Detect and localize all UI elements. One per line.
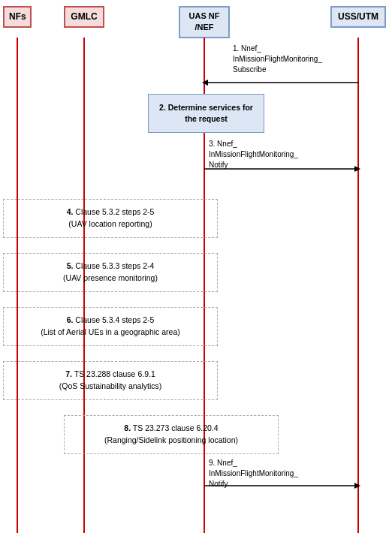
participant-nfs: NFs xyxy=(3,6,32,28)
svg-marker-5 xyxy=(202,80,208,86)
process-box-2: 2. Determine services for the request xyxy=(148,94,264,133)
svg-marker-7 xyxy=(354,166,360,172)
group-5: 5. Clause 5.3.3 steps 2-4(UAV presence m… xyxy=(3,253,218,292)
diagram-container: NFs GMLC UAS NF/NEF USS/UTM 1. Nnef_InMi… xyxy=(0,0,392,533)
group-7-label: 7. TS 23.288 clause 6.9.1(QoS Sustainabi… xyxy=(13,369,208,393)
group-6: 6. Clause 5.3.4 steps 2-5(List of Aerial… xyxy=(3,307,218,346)
group-4-label: 4. Clause 5.3.2 steps 2-5(UAV location r… xyxy=(13,206,208,230)
participant-uss: USS/UTM xyxy=(330,6,386,28)
group-4: 4. Clause 5.3.2 steps 2-5(UAV location r… xyxy=(3,199,218,238)
msg3-label: 3. Nnef_InMissionFlightMonitoring_Notify xyxy=(209,139,298,170)
group-7: 7. TS 23.288 clause 6.9.1(QoS Sustainabi… xyxy=(3,361,218,400)
participant-uas: UAS NF/NEF xyxy=(179,6,230,38)
msg1-label: 1. Nnef_InMissionFlightMonitoring_Subscr… xyxy=(233,44,322,75)
svg-marker-9 xyxy=(354,483,360,489)
group-8: 8. TS 23.273 clause 6.20.4(Ranging/Sidel… xyxy=(64,415,279,454)
group-8-label: 8. TS 23.273 clause 6.20.4(Ranging/Sidel… xyxy=(72,423,271,447)
participant-gmlc: GMLC xyxy=(64,6,104,28)
msg9-label: 9. Nnef_InMissionFlightMonitoring_Notify xyxy=(209,458,298,489)
group-6-label: 6. Clause 5.3.4 steps 2-5(List of Aerial… xyxy=(9,315,212,339)
group-5-label: 5. Clause 5.3.3 steps 2-4(UAV presence m… xyxy=(13,260,208,285)
